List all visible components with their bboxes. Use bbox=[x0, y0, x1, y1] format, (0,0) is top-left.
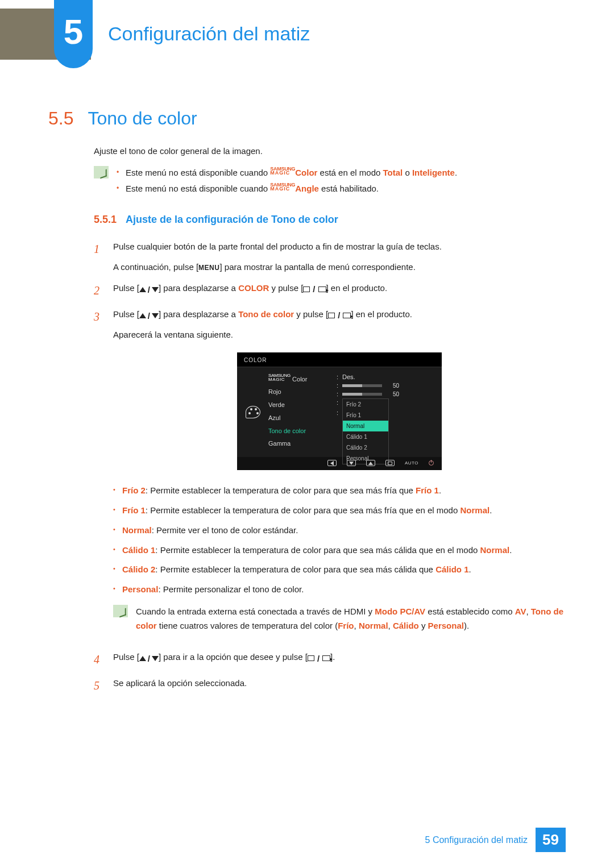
samsung-magic-label: SAMSUNGMAGIC bbox=[270, 167, 295, 175]
step-body: Pulse [/] para desplazarse a Tono de col… bbox=[113, 307, 566, 643]
footer-breadcrumb: 5 Configuración del matiz bbox=[425, 835, 528, 845]
osd-footer: AUTO bbox=[237, 457, 442, 471]
hdmi-note: Cuando la entrada externa está conectada… bbox=[136, 605, 566, 633]
enter-icon: / bbox=[328, 308, 351, 323]
option-desc: Cálido 2: Permite establecer la temperat… bbox=[113, 563, 566, 577]
step-number: 4 bbox=[94, 650, 104, 669]
osd-menu: SAMSUNGMAGIC Color Rojo Verde Azul Tono … bbox=[268, 367, 337, 457]
note-icon bbox=[113, 605, 128, 617]
chapter-number-badge: 5 bbox=[54, 0, 93, 68]
step-body: Pulse [/] para ir a la opción que desee … bbox=[113, 650, 566, 669]
osd-title: COLOR bbox=[237, 352, 442, 367]
option-desc: Cálido 1: Permite establecer la temperat… bbox=[113, 543, 566, 558]
section-title: Tono de color bbox=[88, 108, 197, 129]
up-down-icon: / bbox=[139, 309, 159, 323]
note-item: Este menú no está disponible cuando SAMS… bbox=[117, 166, 566, 180]
step-number: 3 bbox=[94, 307, 104, 643]
note-item: Este menú no está disponible cuando SAMS… bbox=[117, 182, 566, 196]
option-desc: Normal: Permite ver el tono de color est… bbox=[113, 524, 566, 538]
option-desc: Frío 2: Permite establecer la temperatur… bbox=[113, 484, 566, 498]
up-down-icon: / bbox=[139, 651, 159, 666]
samsung-magic-label: SAMSUNGMAGIC bbox=[270, 183, 295, 191]
step-number: 2 bbox=[94, 281, 104, 300]
up-down-icon: / bbox=[139, 283, 159, 297]
step-body: Pulse [/] para desplazarse a COLOR y pul… bbox=[113, 281, 566, 300]
step-number: 1 bbox=[94, 239, 104, 274]
palette-icon bbox=[246, 406, 260, 418]
subsection-title: Ajuste de la configuración de Tono de co… bbox=[126, 214, 338, 226]
section-intro: Ajuste el tono de color general de la im… bbox=[94, 146, 566, 156]
power-icon bbox=[429, 460, 434, 466]
osd-dropdown: Frío 2 Frío 1 Normal Cálido 1 Cálido 2 P… bbox=[342, 398, 389, 464]
enter-icon: / bbox=[308, 651, 330, 666]
enter-icon: / bbox=[303, 282, 326, 297]
note-icon bbox=[94, 166, 109, 178]
step-number: 5 bbox=[94, 676, 104, 695]
option-desc: Personal: Permite personalizar el tono d… bbox=[113, 583, 566, 597]
subsection-number: 5.5.1 bbox=[94, 214, 117, 226]
section-number: 5.5 bbox=[48, 108, 73, 129]
osd-panel: COLOR SAMSUNGMAGIC Color Rojo Verde Azul… bbox=[237, 352, 442, 471]
menu-button-label: MENU bbox=[198, 264, 219, 272]
step-body: Pulse cualquier botón de la parte fronta… bbox=[113, 239, 566, 274]
chapter-title: Configuración del matiz bbox=[108, 23, 310, 45]
option-desc: Frío 1: Permite establecer la temperatur… bbox=[113, 504, 566, 518]
step-body: Se aplicará la opción seleccionada. bbox=[113, 676, 566, 695]
osd-values: :Des. :50 :50 : : Frío 2 Frío 1 Normal C… bbox=[337, 367, 442, 457]
note-list: Este menú no está disponible cuando SAMS… bbox=[117, 166, 566, 198]
page-number: 59 bbox=[536, 828, 566, 852]
